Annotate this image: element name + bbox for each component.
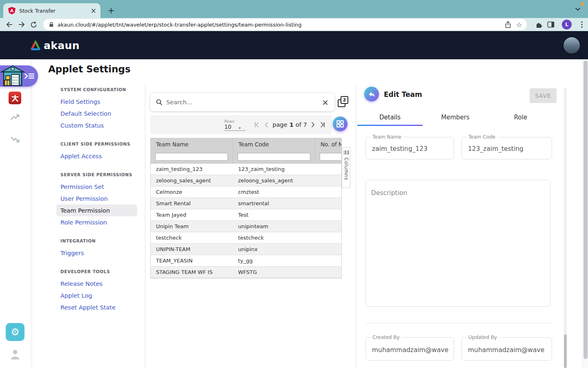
sidebar-item-applet-access[interactable]: Applet Access bbox=[56, 150, 137, 162]
settings-gear-button[interactable]: ⚙ bbox=[6, 323, 24, 341]
pagination-bar: Rows 10 ▾ page 1 of 7 bbox=[150, 115, 332, 134]
description-field[interactable]: Description bbox=[365, 180, 550, 307]
panel-scrollbar[interactable] bbox=[564, 88, 567, 368]
panel-divider bbox=[356, 85, 356, 368]
update-indicator-dot bbox=[581, 2, 584, 6]
team-name-filter-input[interactable] bbox=[155, 153, 228, 161]
sidebar-item-triggers[interactable]: Triggers bbox=[56, 247, 137, 259]
sidebar-item-reset-applet-state[interactable]: Reset Applet State bbox=[56, 301, 137, 313]
trend-down-applet-icon[interactable] bbox=[10, 135, 20, 144]
table-row[interactable]: Celmonzecmztest bbox=[151, 186, 341, 198]
team-name-field[interactable]: Team Name zaim_testing_123 bbox=[365, 137, 454, 159]
sidebar-item-release-notes[interactable]: Release Notes bbox=[56, 278, 137, 289]
rows-per-page-select[interactable]: Rows 10 ▾ bbox=[224, 119, 245, 131]
table-row[interactable]: testchecktestcheck bbox=[151, 232, 341, 244]
table-row[interactable]: zeloong_sales_agentzeloong_sales_agent bbox=[151, 175, 341, 186]
table-row[interactable]: Unipin Teamunipinteam bbox=[151, 221, 341, 232]
tab-members[interactable]: Members bbox=[423, 110, 488, 125]
page-scrollbar[interactable] bbox=[582, 59, 588, 368]
search-clear-icon[interactable]: × bbox=[322, 97, 329, 107]
team-table: Team Name Team Code No. of Me zaim_testi… bbox=[150, 138, 342, 278]
url-bar[interactable]: akaun.cloud/#/applet/tnt/wavelet/erp/sto… bbox=[43, 19, 527, 30]
created-by-field[interactable]: Created By muhammadzaim@wave bbox=[365, 337, 454, 361]
table-row[interactable]: STAGING TEAM WF ISWFSTG bbox=[151, 267, 341, 278]
updated-by-value: muhammadzaim@wave bbox=[468, 346, 548, 354]
table-filter-row bbox=[151, 150, 341, 164]
table-row[interactable]: TEAM_YEASINty_gg bbox=[151, 255, 341, 267]
profile-person-icon[interactable] bbox=[10, 349, 20, 360]
stock-transfer-applet-icon[interactable] bbox=[0, 63, 25, 88]
tab-close-icon[interactable]: × bbox=[91, 7, 96, 14]
col-header-team-name[interactable]: Team Name bbox=[151, 138, 233, 150]
browser-toolbar: akaun.cloud/#/applet/tnt/wavelet/erp/sto… bbox=[0, 18, 588, 31]
new-tab-button[interactable]: + bbox=[105, 5, 117, 16]
search-icon bbox=[156, 99, 163, 105]
tab-role[interactable]: Role bbox=[488, 110, 553, 125]
active-tab-underline bbox=[357, 125, 423, 126]
page-scrollbar-thumb[interactable] bbox=[584, 61, 588, 359]
menu-section-developer-tools: DEVELOPER TOOLS bbox=[56, 268, 137, 275]
table-row[interactable]: Smart Rentalsmartrental bbox=[151, 198, 341, 209]
sidebar-item-team-permission[interactable]: Team Permission bbox=[56, 204, 137, 216]
back-button[interactable] bbox=[364, 87, 379, 101]
sidebar-item-default-selection[interactable]: Default Selection bbox=[56, 108, 137, 119]
multi-view-front-square: 2 bbox=[341, 96, 348, 104]
tab-details[interactable]: Details bbox=[357, 110, 423, 125]
tab-search-chevron-icon[interactable] bbox=[575, 7, 581, 11]
bookmark-star-icon[interactable]: ☆ bbox=[516, 21, 522, 29]
sidebar-item-field-settings[interactable]: Field Settings bbox=[56, 96, 137, 108]
panel-tabs: Details Members Role bbox=[357, 110, 553, 125]
first-page-icon[interactable] bbox=[254, 122, 260, 128]
next-page-icon[interactable] bbox=[311, 122, 315, 128]
team-code-value[interactable]: 123_zaim_testing bbox=[468, 145, 548, 153]
team-code-label: Team Code bbox=[466, 134, 497, 140]
prev-page-icon[interactable] bbox=[265, 122, 268, 128]
table-row[interactable]: Team JayedTest bbox=[151, 209, 341, 221]
updated-by-label: Updated By bbox=[466, 334, 499, 340]
akaun-triangle-icon bbox=[30, 40, 41, 51]
last-page-icon[interactable] bbox=[320, 122, 325, 128]
col-header-team-code[interactable]: Team Code bbox=[233, 138, 315, 150]
members-filter-input[interactable] bbox=[320, 153, 342, 161]
side-panel-icon[interactable] bbox=[545, 21, 557, 28]
save-button[interactable]: SAVE bbox=[530, 88, 557, 103]
sidebar-item-custom-status[interactable]: Custom Status bbox=[56, 119, 137, 131]
updated-by-field[interactable]: Updated By muhammadzaim@wave bbox=[461, 337, 552, 361]
back-nav-icon[interactable] bbox=[3, 21, 16, 28]
menu-divider bbox=[145, 85, 145, 368]
table-row[interactable]: UNIPIN-TEAMunipinx bbox=[151, 244, 341, 255]
sidebar-item-permission-set[interactable]: Permission Set bbox=[56, 181, 137, 193]
grid-view-button[interactable] bbox=[333, 117, 347, 131]
navbar-avatar[interactable] bbox=[563, 36, 581, 54]
red-applet-icon[interactable] bbox=[9, 92, 21, 104]
sidebar-item-user-permission[interactable]: User Permission bbox=[56, 193, 137, 204]
team-code-filter-input[interactable] bbox=[238, 153, 310, 161]
angular-favicon: A bbox=[8, 7, 16, 14]
back-arrow-icon bbox=[368, 90, 376, 98]
panel-title: Edit Team bbox=[384, 90, 422, 99]
url-text: akaun.cloud/#/applet/tnt/wavelet/erp/sto… bbox=[58, 22, 500, 28]
browser-tab[interactable]: A Stock Transfer × bbox=[3, 3, 100, 18]
menu-section-client-side-permissions: CLIENT SIDE PERMISSIONS bbox=[56, 140, 137, 148]
col-header-no-of-members[interactable]: No. of Me bbox=[315, 138, 341, 150]
grip-icon bbox=[344, 150, 349, 155]
search-input[interactable] bbox=[166, 99, 322, 105]
table-row[interactable]: zaim_testing_123123_zaim_testing bbox=[151, 164, 341, 175]
sidebar-expand-icon[interactable] bbox=[24, 72, 35, 80]
multi-view-icon[interactable]: 2 bbox=[338, 96, 348, 107]
trend-up-applet-icon[interactable] bbox=[10, 113, 20, 121]
columns-panel-tab[interactable]: Columns bbox=[342, 147, 350, 188]
share-icon[interactable] bbox=[505, 21, 511, 28]
team-code-field[interactable]: Team Code 123_zaim_testing bbox=[461, 137, 552, 159]
browser-menu-dots-icon[interactable] bbox=[576, 21, 588, 28]
extensions-puzzle-icon[interactable] bbox=[532, 21, 545, 28]
panel-scrollbar-thumb[interactable] bbox=[564, 334, 567, 368]
browser-profile-avatar[interactable]: L bbox=[562, 20, 572, 29]
sidebar-item-role-permission[interactable]: Role Permission bbox=[56, 216, 137, 228]
search-box[interactable]: × bbox=[150, 93, 334, 111]
settings-menu: SYSTEM CONFIGURATION Field Settings Defa… bbox=[56, 86, 137, 322]
reload-icon[interactable] bbox=[28, 21, 40, 28]
sidebar-item-applet-log[interactable]: Applet Log bbox=[56, 289, 137, 301]
forward-nav-icon[interactable] bbox=[16, 21, 28, 28]
team-name-value[interactable]: zaim_testing_123 bbox=[372, 145, 450, 153]
